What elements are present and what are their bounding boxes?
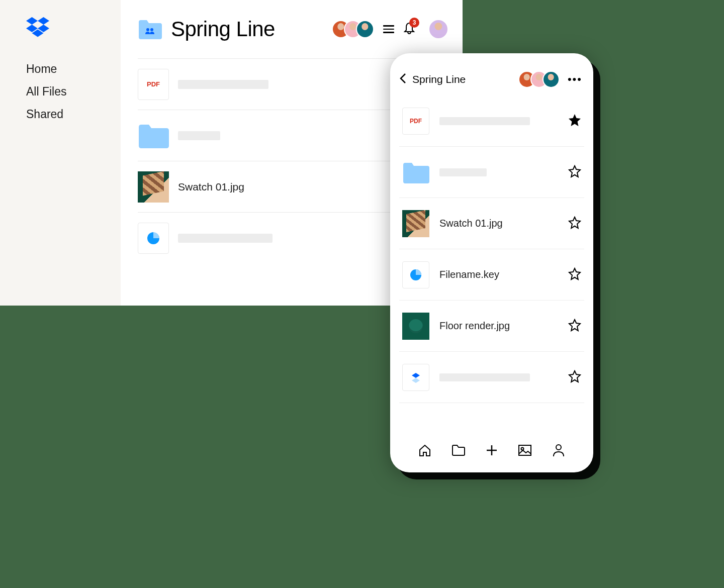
page-header: Spring Line 3 (138, 0, 448, 58)
image-thumbnail (402, 210, 429, 237)
image-icon (518, 444, 532, 456)
shared-folder-icon (138, 19, 162, 39)
file-name-placeholder (178, 131, 423, 140)
folder-icon (138, 120, 169, 151)
presentation-icon (402, 261, 429, 288)
file-name-placeholder (439, 117, 558, 125)
star-outline-icon (568, 319, 581, 332)
mobile-header: Spring Line ••• (399, 63, 584, 95)
star-button[interactable] (568, 319, 581, 334)
file-row[interactable] (399, 147, 584, 198)
tab-home[interactable] (415, 440, 435, 460)
image-thumbnail (138, 171, 169, 203)
dropbox-logo-icon (26, 17, 121, 39)
file-row[interactable]: PDF (399, 95, 584, 147)
mobile-tabbar (399, 432, 584, 472)
file-name-placeholder (178, 80, 403, 89)
tab-create[interactable] (482, 440, 502, 460)
folder-icon (402, 159, 429, 186)
star-filled-icon (568, 114, 581, 127)
mobile-device: Spring Line ••• PDF (390, 53, 593, 472)
dropbox-file-icon (402, 364, 429, 391)
file-row[interactable]: Swatch 01.jpg (399, 198, 584, 249)
file-name: Floor render.jpg (439, 320, 558, 332)
tab-files[interactable] (448, 440, 469, 460)
plus-icon (485, 444, 498, 457)
file-name-placeholder (439, 168, 558, 176)
home-icon (418, 443, 432, 457)
file-name-placeholder (178, 234, 423, 243)
page-title: Spring Line (171, 17, 323, 41)
file-row[interactable]: Floor render.jpg (399, 301, 584, 352)
star-button[interactable] (568, 165, 581, 180)
svg-marker-10 (412, 378, 420, 383)
tab-account[interactable] (549, 440, 569, 460)
person-icon (553, 444, 565, 457)
star-outline-icon (568, 370, 581, 383)
star-button[interactable] (568, 216, 581, 231)
file-name: Filename.key (439, 269, 558, 280)
chevron-left-icon (399, 73, 406, 84)
svg-marker-1 (38, 17, 49, 25)
star-outline-icon (568, 267, 581, 280)
collaborator-avatars[interactable] (332, 20, 374, 38)
svg-rect-11 (519, 445, 531, 455)
image-thumbnail (402, 313, 429, 340)
pdf-icon: PDF (402, 108, 429, 135)
account-avatar[interactable] (428, 19, 448, 39)
mobile-collaborators[interactable] (518, 71, 560, 88)
file-row[interactable] (399, 352, 584, 403)
sidebar-item-all-files[interactable]: All Files (26, 85, 121, 99)
svg-point-13 (556, 445, 561, 450)
menu-icon[interactable] (383, 25, 394, 33)
tab-photos[interactable] (515, 440, 535, 460)
svg-marker-0 (26, 17, 38, 25)
star-outline-icon (568, 165, 581, 178)
svg-point-6 (150, 28, 153, 31)
svg-point-5 (146, 28, 149, 31)
star-button[interactable] (568, 370, 581, 385)
notification-badge: 3 (409, 18, 419, 28)
pdf-icon: PDF (138, 69, 169, 100)
back-button[interactable] (399, 73, 406, 86)
avatar (356, 20, 374, 38)
svg-marker-9 (412, 373, 420, 378)
avatar (542, 71, 560, 88)
star-outline-icon (568, 216, 581, 229)
mobile-title: Spring Line (412, 73, 512, 85)
mobile-file-list: PDF Swatch 01.jpg (399, 95, 584, 432)
file-name-placeholder (439, 373, 558, 381)
star-button[interactable] (568, 267, 581, 282)
notifications-button[interactable]: 3 (403, 22, 415, 37)
sidebar: Home All Files Shared (0, 0, 121, 306)
svg-point-12 (521, 448, 524, 450)
file-name: Swatch 01.jpg (439, 218, 558, 229)
sidebar-item-home[interactable]: Home (26, 62, 121, 76)
file-row[interactable]: Filename.key (399, 249, 584, 301)
presentation-icon (138, 223, 169, 254)
folder-outline-icon (451, 444, 466, 456)
sidebar-item-shared[interactable]: Shared (26, 108, 121, 121)
more-options-button[interactable]: ••• (566, 73, 584, 86)
star-button[interactable] (568, 114, 581, 129)
